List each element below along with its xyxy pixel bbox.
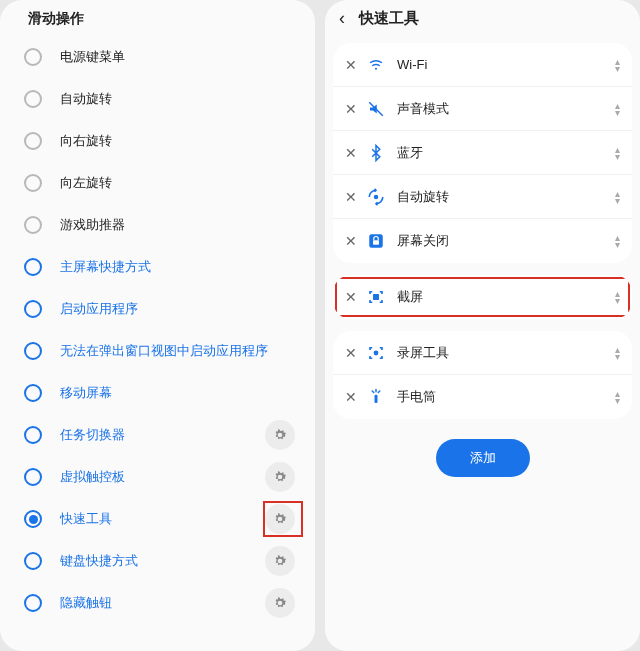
right-title: 快速工具 — [359, 9, 419, 28]
gear-icon[interactable] — [265, 546, 295, 576]
option-row[interactable]: 启动应用程序 — [10, 288, 305, 330]
option-label: 任务切换器 — [60, 426, 247, 444]
option-row[interactable]: 任务切换器 — [10, 414, 305, 456]
tools-card-3: ✕录屏工具▴▾✕手电筒▴▾ — [333, 331, 632, 419]
svg-point-6 — [374, 350, 379, 355]
left-list: 电源键菜单自动旋转向右旋转向左旋转游戏助推器主屏幕快捷方式启动应用程序无法在弹出… — [0, 36, 315, 634]
tool-row[interactable]: ✕截屏▴▾ — [333, 275, 632, 319]
option-label: 主屏幕快捷方式 — [60, 258, 299, 276]
lock-icon — [367, 232, 385, 250]
close-icon[interactable]: ✕ — [345, 289, 357, 305]
reorder-icon[interactable]: ▴▾ — [615, 234, 620, 248]
close-icon[interactable]: ✕ — [345, 233, 357, 249]
tools-card-1: ✕Wi-Fi▴▾✕声音模式▴▾✕蓝牙▴▾✕自动旋转▴▾✕屏幕关闭▴▾ — [333, 43, 632, 263]
tool-row[interactable]: ✕自动旋转▴▾ — [333, 175, 632, 219]
radio-button[interactable] — [24, 90, 42, 108]
option-label: 游戏助推器 — [60, 216, 299, 234]
tool-label: 声音模式 — [397, 100, 615, 118]
tool-label: 蓝牙 — [397, 144, 615, 162]
svg-rect-4 — [373, 240, 379, 245]
tool-label: 录屏工具 — [397, 344, 615, 362]
radio-button[interactable] — [24, 300, 42, 318]
tool-row[interactable]: ✕蓝牙▴▾ — [333, 131, 632, 175]
option-row[interactable]: 向右旋转 — [10, 120, 305, 162]
option-row[interactable]: 快速工具 — [10, 498, 305, 540]
left-header: 滑动操作 — [0, 0, 315, 36]
option-row[interactable]: 隐藏触钮 — [10, 582, 305, 624]
option-label: 虚拟触控板 — [60, 468, 247, 486]
radio-button[interactable] — [24, 342, 42, 360]
back-icon[interactable]: ‹ — [339, 8, 345, 29]
bluetooth-icon — [367, 144, 385, 162]
radio-button[interactable] — [24, 384, 42, 402]
option-row[interactable]: 无法在弹出窗口视图中启动应用程序 — [10, 330, 305, 372]
close-icon[interactable]: ✕ — [345, 57, 357, 73]
close-icon[interactable]: ✕ — [345, 145, 357, 161]
option-row[interactable]: 向左旋转 — [10, 162, 305, 204]
tool-label: Wi-Fi — [397, 57, 615, 72]
radio-button[interactable] — [24, 216, 42, 234]
screenshot-icon — [367, 288, 385, 306]
gear-icon[interactable] — [265, 462, 295, 492]
option-row[interactable]: 键盘快捷方式 — [10, 540, 305, 582]
radio-button[interactable] — [24, 48, 42, 66]
tool-row[interactable]: ✕声音模式▴▾ — [333, 87, 632, 131]
left-pane: 滑动操作 电源键菜单自动旋转向右旋转向左旋转游戏助推器主屏幕快捷方式启动应用程序… — [0, 0, 315, 651]
tools-card-2: ✕截屏▴▾ — [333, 275, 632, 319]
reorder-icon[interactable]: ▴▾ — [615, 146, 620, 160]
reorder-icon[interactable]: ▴▾ — [615, 346, 620, 360]
option-label: 向左旋转 — [60, 174, 299, 192]
radio-button[interactable] — [24, 174, 42, 192]
gear-icon[interactable] — [265, 588, 295, 618]
radio-button[interactable] — [24, 132, 42, 150]
right-header: ‹ 快速工具 — [325, 0, 640, 37]
gear-icon[interactable] — [265, 420, 295, 450]
option-row[interactable]: 自动旋转 — [10, 78, 305, 120]
radio-button[interactable] — [24, 426, 42, 444]
tool-label: 手电筒 — [397, 388, 615, 406]
tool-label: 自动旋转 — [397, 188, 615, 206]
close-icon[interactable]: ✕ — [345, 345, 357, 361]
tool-row[interactable]: ✕手电筒▴▾ — [333, 375, 632, 419]
option-label: 启动应用程序 — [60, 300, 299, 318]
radio-button[interactable] — [24, 510, 42, 528]
option-row[interactable]: 虚拟触控板 — [10, 456, 305, 498]
radio-button[interactable] — [24, 552, 42, 570]
option-row[interactable]: 主屏幕快捷方式 — [10, 246, 305, 288]
svg-point-0 — [375, 67, 377, 69]
reorder-icon[interactable]: ▴▾ — [615, 390, 620, 404]
option-row[interactable]: 移动屏幕 — [10, 372, 305, 414]
svg-point-2 — [374, 194, 379, 199]
gear-icon[interactable] — [265, 504, 295, 534]
tool-label: 截屏 — [397, 288, 615, 306]
reorder-icon[interactable]: ▴▾ — [615, 102, 620, 116]
rotate-icon — [367, 188, 385, 206]
radio-button[interactable] — [24, 258, 42, 276]
reorder-icon[interactable]: ▴▾ — [615, 58, 620, 72]
option-label: 向右旋转 — [60, 132, 299, 150]
tool-row[interactable]: ✕录屏工具▴▾ — [333, 331, 632, 375]
radio-button[interactable] — [24, 594, 42, 612]
wifi-icon — [367, 56, 385, 74]
reorder-icon[interactable]: ▴▾ — [615, 190, 620, 204]
tool-row[interactable]: ✕Wi-Fi▴▾ — [333, 43, 632, 87]
option-label: 电源键菜单 — [60, 48, 299, 66]
option-label: 移动屏幕 — [60, 384, 299, 402]
option-row[interactable]: 游戏助推器 — [10, 204, 305, 246]
close-icon[interactable]: ✕ — [345, 101, 357, 117]
close-icon[interactable]: ✕ — [345, 389, 357, 405]
right-pane: ‹ 快速工具 ✕Wi-Fi▴▾✕声音模式▴▾✕蓝牙▴▾✕自动旋转▴▾✕屏幕关闭▴… — [325, 0, 640, 651]
svg-rect-7 — [375, 395, 378, 403]
option-label: 键盘快捷方式 — [60, 552, 247, 570]
option-row[interactable]: 电源键菜单 — [10, 36, 305, 78]
add-button[interactable]: 添加 — [436, 439, 530, 477]
option-label: 无法在弹出窗口视图中启动应用程序 — [60, 342, 299, 360]
close-icon[interactable]: ✕ — [345, 189, 357, 205]
torch-icon — [367, 388, 385, 406]
tool-row[interactable]: ✕屏幕关闭▴▾ — [333, 219, 632, 263]
reorder-icon[interactable]: ▴▾ — [615, 290, 620, 304]
record-icon — [367, 344, 385, 362]
option-label: 自动旋转 — [60, 90, 299, 108]
radio-button[interactable] — [24, 468, 42, 486]
option-label: 隐藏触钮 — [60, 594, 247, 612]
